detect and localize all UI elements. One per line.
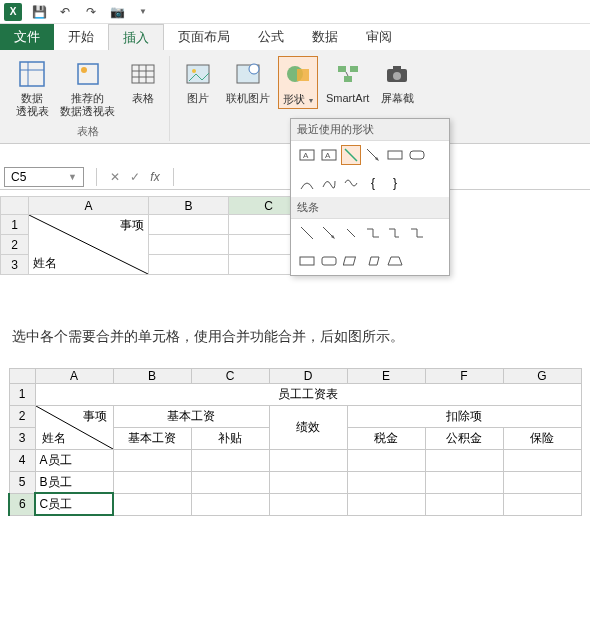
hdr-perf[interactable]: 绩效: [269, 405, 347, 449]
hdr-basic[interactable]: 基本工资: [113, 405, 269, 427]
shape-elbow[interactable]: [363, 223, 383, 243]
sub-tax[interactable]: 税金: [347, 427, 425, 449]
qat-more-icon[interactable]: ▼: [134, 3, 152, 21]
shape-line[interactable]: [341, 145, 361, 165]
sub-ins[interactable]: 保险: [503, 427, 581, 449]
shapes-button[interactable]: 形状 ▾: [278, 56, 318, 109]
shape-elbow-double[interactable]: [407, 223, 427, 243]
select-all-button[interactable]: [1, 197, 29, 215]
col-header[interactable]: B: [113, 368, 191, 383]
tab-review[interactable]: 审阅: [352, 24, 406, 50]
shape-rect[interactable]: [385, 145, 405, 165]
grid-1[interactable]: A B C 1 事项 姓名 2 3: [0, 196, 309, 275]
row-header[interactable]: 3: [9, 427, 35, 449]
save-icon[interactable]: 💾: [30, 3, 48, 21]
cell[interactable]: [191, 471, 269, 493]
shape-freeform[interactable]: [319, 173, 339, 193]
cell[interactable]: [347, 493, 425, 515]
cell[interactable]: [149, 215, 229, 235]
pictures-button[interactable]: 图片: [178, 56, 218, 107]
row-header[interactable]: 2: [9, 405, 35, 427]
shape-textbox[interactable]: A: [297, 145, 317, 165]
online-pictures-button[interactable]: 联机图片: [224, 56, 272, 107]
shape-line-2[interactable]: [297, 223, 317, 243]
tab-insert[interactable]: 插入: [108, 24, 164, 50]
emp-c[interactable]: C员工: [35, 493, 113, 515]
shape-curve[interactable]: [297, 173, 317, 193]
diag-cell[interactable]: 事项 姓名: [35, 405, 113, 449]
row-header[interactable]: 5: [9, 471, 35, 493]
undo-icon[interactable]: ↶: [56, 3, 74, 21]
cell[interactable]: [113, 493, 191, 515]
shape-scribble[interactable]: [341, 173, 361, 193]
recommended-pivot-button[interactable]: 推荐的 数据透视表: [58, 56, 117, 120]
cell[interactable]: [149, 255, 229, 275]
fx-icon[interactable]: fx: [145, 170, 165, 184]
cell[interactable]: [269, 493, 347, 515]
shape-arrow[interactable]: [363, 145, 383, 165]
smartart-button[interactable]: SmartArt: [324, 56, 371, 107]
col-header[interactable]: F: [425, 368, 503, 383]
table-button[interactable]: 表格: [123, 56, 163, 107]
tab-data[interactable]: 数据: [298, 24, 352, 50]
grid-2[interactable]: A B C D E F G 1 员工工资表 2 事项 姓名 基本工资 绩效 扣除…: [8, 368, 582, 516]
col-header[interactable]: E: [347, 368, 425, 383]
sub-fund[interactable]: 公积金: [425, 427, 503, 449]
shape-arc1[interactable]: [297, 251, 317, 271]
tab-home[interactable]: 开始: [54, 24, 108, 50]
select-all-button[interactable]: [9, 368, 35, 383]
cell[interactable]: [503, 471, 581, 493]
emp-a[interactable]: A员工: [35, 449, 113, 471]
cell[interactable]: [425, 471, 503, 493]
emp-b[interactable]: B员工: [35, 471, 113, 493]
cell[interactable]: [269, 471, 347, 493]
shape-brace-r[interactable]: }: [385, 173, 405, 193]
row-header[interactable]: 6: [9, 493, 35, 515]
pivottable-button[interactable]: 数据 透视表: [12, 56, 52, 120]
cell[interactable]: [503, 493, 581, 515]
shape-arc2[interactable]: [319, 251, 339, 271]
shape-brace-l[interactable]: {: [363, 173, 383, 193]
sub-allow[interactable]: 补贴: [191, 427, 269, 449]
cell[interactable]: [503, 449, 581, 471]
tab-formulas[interactable]: 公式: [244, 24, 298, 50]
shape-textbox-v[interactable]: A: [319, 145, 339, 165]
cancel-icon[interactable]: ✕: [105, 170, 125, 184]
title-cell[interactable]: 员工工资表: [35, 383, 581, 405]
row-header[interactable]: 4: [9, 449, 35, 471]
cell[interactable]: [191, 449, 269, 471]
shape-line-double-arrow[interactable]: [341, 223, 361, 243]
col-header-a[interactable]: A: [29, 197, 149, 215]
col-header-b[interactable]: B: [149, 197, 229, 215]
tab-page-layout[interactable]: 页面布局: [164, 24, 244, 50]
shape-elbow-arrow[interactable]: [385, 223, 405, 243]
cell[interactable]: [425, 449, 503, 471]
enter-icon[interactable]: ✓: [125, 170, 145, 184]
row-header-1[interactable]: 1: [1, 215, 29, 235]
cell[interactable]: [269, 449, 347, 471]
sub-basic[interactable]: 基本工资: [113, 427, 191, 449]
row-header-2[interactable]: 2: [1, 235, 29, 255]
col-header[interactable]: D: [269, 368, 347, 383]
row-header-3[interactable]: 3: [1, 255, 29, 275]
cell-a1[interactable]: 事项 姓名: [29, 215, 149, 275]
cell[interactable]: [425, 493, 503, 515]
col-header[interactable]: G: [503, 368, 581, 383]
cell[interactable]: [113, 449, 191, 471]
shape-arc5[interactable]: [385, 251, 405, 271]
name-box[interactable]: C5 ▼: [4, 167, 84, 187]
col-header[interactable]: C: [191, 368, 269, 383]
screenshot-button[interactable]: 屏幕截: [377, 56, 417, 107]
cell[interactable]: [113, 471, 191, 493]
camera-icon[interactable]: 📷: [108, 3, 126, 21]
cell[interactable]: [191, 493, 269, 515]
cell[interactable]: [149, 235, 229, 255]
tab-file[interactable]: 文件: [0, 24, 54, 50]
col-header[interactable]: A: [35, 368, 113, 383]
row-header[interactable]: 1: [9, 383, 35, 405]
hdr-deduct[interactable]: 扣除项: [347, 405, 581, 427]
cell[interactable]: [347, 471, 425, 493]
shape-arc4[interactable]: [363, 251, 383, 271]
shape-line-arrow[interactable]: [319, 223, 339, 243]
shape-rounded-rect[interactable]: [407, 145, 427, 165]
